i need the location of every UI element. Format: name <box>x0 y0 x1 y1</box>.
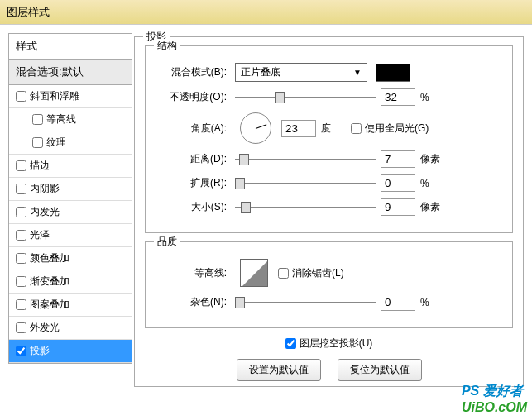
global-light-row[interactable]: 使用全局光(G) <box>351 122 429 136</box>
bottom-buttons: 设置为默认值 复位为默认值 <box>145 359 513 381</box>
chevron-down-icon: ▼ <box>353 68 362 77</box>
style-item-label: 光泽 <box>30 228 50 242</box>
quality-group: 品质 等高线: 消除锯齿(L) 杂色(N): <box>145 241 513 328</box>
size-label: 大小(S): <box>156 200 230 214</box>
blend-options-default[interactable]: 混合选项:默认 <box>8 60 132 85</box>
watermark: PS 爱好者 UiBO.cOM <box>462 383 527 415</box>
set-default-button[interactable]: 设置为默认值 <box>237 359 321 381</box>
style-item-checkbox[interactable] <box>16 160 26 171</box>
antialias-row[interactable]: 消除锯齿(L) <box>278 266 344 280</box>
style-item-checkbox[interactable] <box>16 276 26 287</box>
drop-shadow-section: 投影 结构 混合模式(B): 正片叠底 ▼ 不透明度(O): <box>134 36 524 387</box>
opacity-input[interactable] <box>381 88 415 106</box>
spread-input[interactable] <box>381 174 415 192</box>
noise-slider-thumb[interactable] <box>235 297 245 308</box>
global-light-checkbox[interactable] <box>351 123 362 134</box>
size-slider-thumb[interactable] <box>241 202 251 213</box>
watermark-text1: PS 爱好者 <box>462 384 523 398</box>
style-item-checkbox[interactable] <box>16 299 26 310</box>
knockout-row: 图层挖空投影(U) <box>145 336 513 351</box>
size-slider[interactable] <box>235 202 376 213</box>
shadow-color-swatch[interactable] <box>376 64 410 82</box>
blend-mode-value: 正片叠底 <box>241 65 280 79</box>
contour-picker[interactable] <box>240 259 268 287</box>
style-item-1[interactable]: 等高线 <box>9 108 132 131</box>
angle-dial-hand <box>256 124 266 129</box>
style-item-8[interactable]: 渐变叠加 <box>9 270 132 294</box>
style-item-label: 等高线 <box>46 112 76 126</box>
style-item-10[interactable]: 外发光 <box>9 317 132 340</box>
distance-slider[interactable] <box>235 154 376 165</box>
size-input[interactable] <box>381 198 415 216</box>
style-item-6[interactable]: 光泽 <box>9 224 132 247</box>
contour-row: 等高线: 消除锯齿(L) <box>156 259 502 287</box>
styles-header[interactable]: 样式 <box>8 33 132 60</box>
blend-mode-dropdown[interactable]: 正片叠底 ▼ <box>235 63 367 82</box>
spread-label: 扩展(R): <box>156 176 230 190</box>
quality-legend: 品质 <box>154 235 180 249</box>
style-item-label: 外发光 <box>30 321 60 335</box>
noise-slider[interactable] <box>235 297 376 308</box>
style-item-4[interactable]: 内阴影 <box>9 178 132 201</box>
style-item-9[interactable]: 图案叠加 <box>9 294 132 317</box>
angle-dial[interactable] <box>240 112 271 144</box>
style-item-0[interactable]: 斜面和浮雕 <box>9 85 132 108</box>
antialias-checkbox[interactable] <box>278 268 289 279</box>
style-list: 斜面和浮雕等高线纹理描边内阴影内发光光泽颜色叠加渐变叠加图案叠加外发光投影 <box>8 85 132 364</box>
style-item-label: 斜面和浮雕 <box>30 89 79 103</box>
blend-mode-row: 混合模式(B): 正片叠底 ▼ <box>156 63 502 82</box>
spread-slider-thumb[interactable] <box>235 178 245 189</box>
style-item-2[interactable]: 纹理 <box>9 131 132 155</box>
opacity-slider[interactable] <box>235 92 376 103</box>
opacity-slider-thumb[interactable] <box>275 92 285 103</box>
style-item-checkbox[interactable] <box>16 184 26 194</box>
angle-row: 角度(A): 度 使用全局光(G) <box>156 112 502 144</box>
noise-unit: % <box>420 297 445 308</box>
global-light-label: 使用全局光(G) <box>365 122 429 136</box>
style-item-label: 内阴影 <box>30 182 60 196</box>
spread-slider[interactable] <box>235 178 376 189</box>
opacity-unit: % <box>420 92 445 103</box>
style-item-label: 内发光 <box>30 205 60 219</box>
distance-slider-thumb[interactable] <box>239 154 249 165</box>
distance-row: 距离(D): 像素 <box>156 150 502 168</box>
style-item-checkbox[interactable] <box>16 230 26 241</box>
style-item-checkbox[interactable] <box>16 91 26 102</box>
style-item-checkbox[interactable] <box>16 253 26 264</box>
antialias-label: 消除锯齿(L) <box>292 266 344 280</box>
noise-input[interactable] <box>381 294 415 311</box>
style-item-checkbox[interactable] <box>16 322 26 333</box>
distance-unit: 像素 <box>420 152 445 166</box>
style-item-checkbox[interactable] <box>32 114 43 125</box>
angle-input[interactable] <box>281 120 316 137</box>
style-item-checkbox[interactable] <box>16 207 26 217</box>
size-row: 大小(S): 像素 <box>156 198 502 216</box>
window-title-bar: 图层样式 <box>0 0 532 25</box>
structure-group: 结构 混合模式(B): 正片叠底 ▼ 不透明度(O): <box>145 45 513 233</box>
left-panel: 样式 混合选项:默认 斜面和浮雕等高线纹理描边内阴影内发光光泽颜色叠加渐变叠加图… <box>8 33 132 395</box>
style-item-11[interactable]: 投影 <box>9 340 132 363</box>
spread-row: 扩展(R): % <box>156 174 502 192</box>
style-item-7[interactable]: 颜色叠加 <box>9 247 132 270</box>
style-item-checkbox[interactable] <box>16 346 26 356</box>
style-item-label: 渐变叠加 <box>30 274 69 289</box>
reset-default-button[interactable]: 复位为默认值 <box>338 359 422 381</box>
style-item-label: 描边 <box>30 159 50 173</box>
contour-label: 等高线: <box>156 266 230 280</box>
style-item-5[interactable]: 内发光 <box>9 201 132 224</box>
style-item-checkbox[interactable] <box>32 137 43 148</box>
watermark-text2: UiBO.cOM <box>462 400 527 414</box>
knockout-label-row[interactable]: 图层挖空投影(U) <box>285 336 373 351</box>
distance-input[interactable] <box>381 150 415 168</box>
structure-legend: 结构 <box>154 39 180 53</box>
angle-unit: 度 <box>321 122 346 136</box>
style-item-3[interactable]: 描边 <box>9 155 132 178</box>
knockout-checkbox[interactable] <box>285 338 296 349</box>
style-item-label: 投影 <box>30 344 50 358</box>
style-item-label: 图案叠加 <box>30 298 69 312</box>
opacity-label: 不透明度(O): <box>156 90 230 104</box>
style-item-label: 纹理 <box>46 136 66 150</box>
size-unit: 像素 <box>420 200 445 214</box>
blend-mode-label: 混合模式(B): <box>156 65 230 79</box>
noise-label: 杂色(N): <box>156 295 230 309</box>
